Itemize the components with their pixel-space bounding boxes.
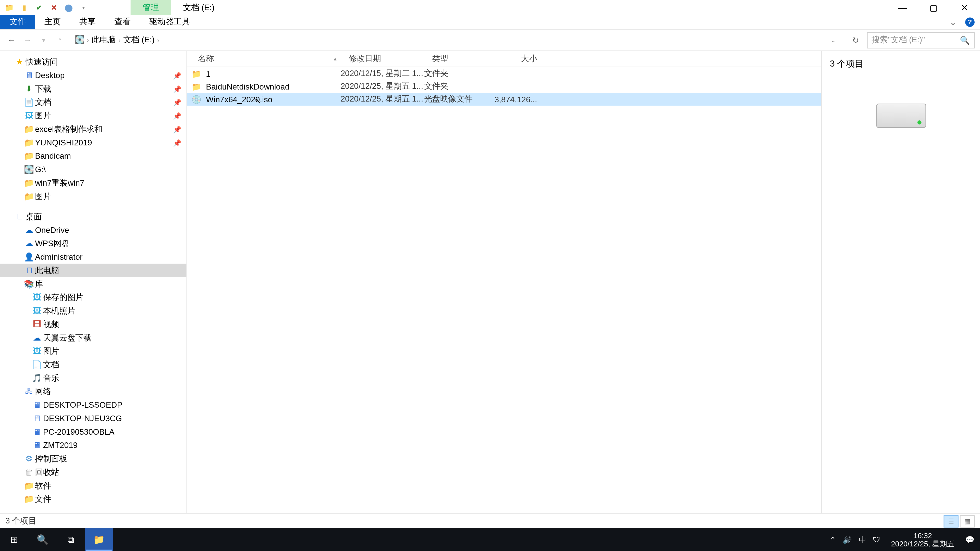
folder-icon: 📄	[23, 97, 35, 107]
ribbon-expand-icon[interactable]: ⌄	[948, 17, 958, 27]
ribbon-tab-home[interactable]: 主页	[35, 15, 70, 29]
tree-bandicam[interactable]: 📁Bandicam	[0, 149, 186, 163]
start-button[interactable]: ⊞	[0, 528, 28, 551]
tree-win7[interactable]: 📁win7重装win7	[0, 176, 186, 190]
qat-properties-icon[interactable]: ✔	[34, 2, 45, 13]
drive-icon: 💽	[75, 35, 86, 45]
qat-delete-icon[interactable]: ✕	[48, 2, 59, 13]
task-view-button[interactable]: ⧉	[57, 528, 85, 551]
column-header-name[interactable]: 名称▴	[187, 53, 340, 65]
tree-lib-docs[interactable]: 📄文档	[0, 358, 186, 372]
column-header-size[interactable]: 大小	[491, 53, 545, 65]
tree-desktop2[interactable]: 🖥桌面	[0, 210, 186, 224]
tree-yunqishi[interactable]: 📁YUNQISHI2019📌	[0, 136, 186, 149]
tree-documents[interactable]: 📄文档📌	[0, 96, 186, 109]
crumb-drive-e[interactable]: 文档 (E:)	[122, 35, 156, 46]
crumb-this-pc[interactable]: 此电脑	[90, 35, 117, 46]
action-center-icon[interactable]: 💬	[965, 535, 975, 544]
tree-onedrive[interactable]: ☁OneDrive	[0, 224, 186, 237]
tree-music[interactable]: 🎵音乐	[0, 372, 186, 385]
tree-tianyi[interactable]: ☁天翼云盘下载	[0, 331, 186, 345]
maximize-button[interactable]: ▢	[918, 0, 949, 15]
minimize-button[interactable]: —	[887, 0, 918, 15]
chevron-right-icon[interactable]: ›	[117, 37, 122, 43]
qat-dropdown-icon[interactable]: ▾	[78, 2, 89, 13]
column-header-date[interactable]: 修改日期	[341, 53, 424, 65]
video-icon: 🎞	[31, 320, 43, 329]
navigation-tree[interactable]: ★快速访问 🖥Desktop📌 ⬇下载📌 📄文档📌 🖼图片📌 📁excel表格制…	[0, 51, 187, 513]
address-history-dropdown[interactable]: ⌄	[827, 34, 839, 46]
file-row[interactable]: 📁BaiduNetdiskDownload2020/12/25, 星期五 1..…	[187, 80, 821, 93]
file-date: 2020/12/15, 星期二 1...	[341, 68, 424, 79]
nav-back-button[interactable]: ←	[5, 34, 18, 46]
app-icon: 📁	[4, 2, 15, 13]
qat-open-folder-icon[interactable]: ▮	[19, 2, 30, 13]
tree-network[interactable]: 🖧网络	[0, 385, 186, 399]
tree-videos[interactable]: 🎞视频	[0, 318, 186, 331]
contextual-tab-manage[interactable]: 管理	[130, 0, 171, 15]
tree-excel[interactable]: 📁excel表格制作求和📌	[0, 122, 186, 136]
ribbon-tab-drive-tools[interactable]: 驱动器工具	[140, 15, 199, 29]
tree-wps[interactable]: ☁WPS网盘	[0, 237, 186, 250]
tree-admin[interactable]: 👤Administrator	[0, 250, 186, 264]
tree-pictures2[interactable]: 📁图片	[0, 190, 186, 203]
tree-control-panel[interactable]: ⚙控制面板	[0, 452, 186, 465]
qat-new-icon[interactable]: ⬤	[63, 2, 74, 13]
user-icon: 👤	[23, 252, 35, 262]
tree-this-pc[interactable]: 🖥此电脑	[0, 264, 186, 277]
chevron-right-icon[interactable]: ›	[86, 37, 90, 43]
search-input[interactable]: 搜索"文档 (E:)" 🔍	[867, 32, 975, 48]
ribbon-tab-view[interactable]: 查看	[105, 15, 140, 29]
help-icon[interactable]: ?	[965, 17, 975, 27]
column-header-type[interactable]: 类型	[424, 53, 492, 65]
tree-quick-access[interactable]: ★快速访问	[0, 55, 186, 68]
tray-overflow-icon[interactable]: ⌃	[830, 535, 836, 544]
view-details-button[interactable]: ☰	[944, 515, 959, 527]
nav-up-button[interactable]: ↑	[54, 34, 66, 46]
ribbon-tab-file[interactable]: 文件	[0, 15, 35, 29]
ribbon-tab-share[interactable]: 共享	[70, 15, 105, 29]
tree-camera-roll[interactable]: 🖼本机照片	[0, 304, 186, 318]
tree-pc-lss[interactable]: 🖥DESKTOP-LSSOEDP	[0, 398, 186, 412]
file-row[interactable]: 💿Win7x64_2020.iso↖2020/12/25, 星期五 1...光盘…	[187, 93, 821, 106]
sort-asc-icon: ▴	[334, 56, 340, 62]
tree-pc-obla[interactable]: 🖥PC-20190530OBLA	[0, 425, 186, 439]
tree-gdrive[interactable]: 💽G:\	[0, 163, 186, 176]
file-row[interactable]: 📁12020/12/15, 星期二 1...文件夹	[187, 67, 821, 80]
tray-ime-indicator[interactable]: 中	[859, 534, 866, 545]
pc-icon: 🖥	[31, 414, 43, 423]
tree-recycle[interactable]: 🗑回收站	[0, 465, 186, 479]
search-icon[interactable]: 🔍	[960, 35, 970, 44]
search-placeholder: 搜索"文档 (E:)"	[872, 35, 925, 46]
taskbar-explorer-button[interactable]: 📁	[85, 528, 113, 551]
window-title: 文档 (E:)	[171, 0, 227, 15]
tree-libraries[interactable]: 📚库	[0, 277, 186, 291]
tray-security-icon[interactable]: 🛡	[873, 535, 880, 544]
star-icon: ★	[14, 57, 25, 67]
tray-time: 16:32	[891, 531, 954, 540]
nav-forward-button[interactable]: →	[21, 34, 33, 46]
tree-soft[interactable]: 📁软件	[0, 479, 186, 492]
address-breadcrumb[interactable]: 💽 › 此电脑 › 文档 (E:) › ⌄	[70, 32, 844, 48]
tree-pc-nje[interactable]: 🖥DESKTOP-NJEU3CG	[0, 412, 186, 425]
close-button[interactable]: ✕	[949, 0, 980, 15]
file-date: 2020/12/25, 星期五 1...	[341, 94, 424, 105]
file-type: 光盘映像文件	[424, 94, 492, 105]
tree-pictures[interactable]: 🖼图片📌	[0, 109, 186, 122]
view-icons-button[interactable]: ▦	[960, 515, 975, 527]
nav-recent-dropdown[interactable]: ▾	[38, 34, 50, 46]
chevron-right-icon[interactable]: ›	[156, 37, 161, 43]
tray-volume-icon[interactable]: 🔊	[843, 535, 852, 544]
tree-downloads[interactable]: ⬇下载📌	[0, 82, 186, 96]
tree-lib-pics[interactable]: 🖼图片	[0, 345, 186, 358]
tree-saved-pics[interactable]: 🖼保存的图片	[0, 291, 186, 304]
tree-files[interactable]: 📁文件	[0, 492, 186, 506]
library-icon: 📚	[23, 279, 35, 289]
drive-icon: 💽	[23, 165, 35, 174]
folder-icon: 📁	[23, 481, 35, 491]
refresh-button[interactable]: ↻	[848, 35, 863, 44]
taskbar-search-button[interactable]: 🔍	[28, 528, 57, 551]
tree-pc-zmt[interactable]: 🖥ZMT2019	[0, 439, 186, 452]
tree-desktop[interactable]: 🖥Desktop📌	[0, 68, 186, 82]
tray-clock[interactable]: 16:32 2020/12/25, 星期五	[887, 531, 959, 548]
